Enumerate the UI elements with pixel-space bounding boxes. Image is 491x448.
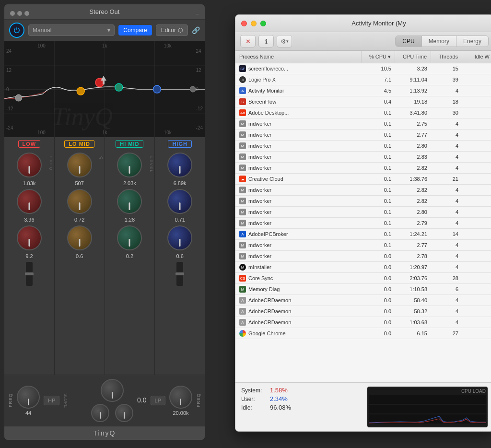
- table-row[interactable]: A AdobeCRDaemon 0.0 1:03.68 4: [235, 317, 491, 328]
- table-row[interactable]: Google Chrome 0.0 6.15 27: [235, 328, 491, 339]
- table-row[interactable]: M mdworker 0.1 2.80 4: [235, 141, 491, 152]
- cell-cpu-time: 3:41.80: [395, 109, 431, 117]
- band-high-q-knob[interactable]: [167, 189, 192, 214]
- am-info-button[interactable]: ℹ: [258, 35, 274, 47]
- band-low-label: LOW: [18, 140, 41, 148]
- compare-button[interactable]: Compare: [118, 25, 152, 35]
- band-low-level-knob[interactable]: [17, 225, 42, 250]
- table-row[interactable]: M mdworker 0.1 2.82 4: [235, 196, 491, 207]
- editor-button[interactable]: Editor ⬡: [156, 24, 188, 36]
- table-row[interactable]: Ad Adobe Desktop... 0.1 3:41.80 30: [235, 107, 491, 118]
- table-row[interactable]: M mInstaller 0.0 1:20.97 4: [235, 262, 491, 273]
- lp-freq-knob[interactable]: [169, 386, 192, 409]
- cell-idle: [462, 90, 491, 92]
- system-label: System:: [241, 387, 270, 394]
- band-low-freq-knob[interactable]: [17, 153, 42, 177]
- table-row[interactable]: M mdworker 0.1 2.80 4: [235, 207, 491, 218]
- manual-dropdown[interactable]: Manual ▾: [28, 24, 115, 36]
- power-button[interactable]: [9, 23, 24, 38]
- col-process-name[interactable]: Process Name: [235, 51, 362, 63]
- tab-cpu[interactable]: CPU: [396, 36, 421, 47]
- band-low-q-knob[interactable]: [17, 189, 42, 214]
- am-close-button[interactable]: [241, 21, 247, 26]
- bottom-left-section: FREQ: [8, 393, 13, 407]
- tab-memory[interactable]: Memory: [422, 36, 456, 47]
- hp-freq-knob[interactable]: [17, 386, 40, 409]
- hp-button[interactable]: HP: [44, 396, 59, 405]
- process-icon: M: [239, 209, 246, 215]
- am-stop-button[interactable]: ✕: [240, 35, 256, 47]
- tinyq-max-dot[interactable]: [24, 11, 29, 16]
- band-high-level-knob[interactable]: [167, 225, 192, 250]
- table-row[interactable]: S ScreenFlow 0.4 19.18 18: [235, 96, 491, 107]
- table-row[interactable]: A Activity Monitor 4.5 1:13.92 4: [235, 85, 491, 96]
- table-row[interactable]: M mdworker 0.1 2.77 4: [235, 240, 491, 251]
- band-himid-q-knob[interactable]: [117, 189, 142, 214]
- cell-process-name: A AdobeIPCBroker: [235, 230, 362, 238]
- band-himid-level-knob[interactable]: [117, 225, 142, 250]
- slope-knob-right[interactable]: [115, 404, 133, 422]
- band-lomid-freq-value: 507: [75, 180, 83, 186]
- band-lomid-freq-knob[interactable]: [67, 153, 92, 177]
- stop-icon: ✕: [246, 38, 251, 45]
- cell-cpu-time: 1:24.21: [395, 230, 431, 238]
- band-low-slider[interactable]: [26, 262, 33, 286]
- lp-button[interactable]: LP: [151, 396, 165, 405]
- cell-cpu-time: 2.80: [395, 208, 431, 216]
- cell-cpu-pct: 7.1: [362, 76, 395, 83]
- band-lomid-q-knob[interactable]: [67, 189, 92, 214]
- am-gear-button[interactable]: ⚙ ▾: [277, 35, 292, 47]
- sort-icon: ▾: [388, 54, 391, 59]
- table-row[interactable]: M mdworker 0.1 2.75 4: [235, 118, 491, 130]
- eq-curve-svg: TinyQ: [4, 41, 205, 137]
- table-row[interactable]: M mdworker 0.1 2.82 4: [235, 163, 491, 174]
- link-icon[interactable]: 🔗: [192, 26, 200, 34]
- band-high-slider[interactable]: [176, 262, 183, 286]
- cell-process-name: A AdobeCRDaemon: [235, 307, 362, 316]
- band-himid-freq-knob[interactable]: [117, 153, 142, 177]
- slope-knob-left[interactable]: [91, 404, 109, 422]
- cell-process-name: M mdworker: [235, 186, 362, 194]
- tab-energy[interactable]: Energy: [456, 36, 488, 47]
- table-row[interactable]: M Memory Diag 0.0 1:10.58 6: [235, 284, 491, 295]
- table-row[interactable]: ☁ Creative Cloud 0.1 1:38.76 21: [235, 174, 491, 185]
- table-row[interactable]: M mdworker 0.1 2.79 4: [235, 218, 491, 229]
- col-cpu-pct[interactable]: % CPU ▾: [362, 51, 395, 63]
- band-low-col: LOW 1.83k 3.96 9.2 FREQ: [4, 137, 55, 375]
- table-row[interactable]: CS Core Sync 0.0 2:03.76 28: [235, 273, 491, 284]
- table-row[interactable]: ♫ Logic Pro X 7.1 9:11.04 39: [235, 74, 491, 85]
- table-row[interactable]: A AdobeCRDaemon 0.0 58.40 4: [235, 295, 491, 306]
- tinyq-footer: TinyQ: [4, 426, 205, 440]
- cell-cpu-pct: 4.5: [362, 87, 395, 94]
- tinyq-minimize-icon[interactable]: −: [196, 11, 199, 17]
- col-cpu-time[interactable]: CPU Time: [395, 51, 431, 63]
- band-lomid-level-knob[interactable]: [67, 225, 92, 250]
- cell-cpu-time: 2.78: [395, 252, 431, 260]
- am-maximize-button[interactable]: [260, 21, 266, 26]
- am-minimize-button[interactable]: [251, 21, 257, 26]
- cell-cpu-pct: 0.1: [362, 109, 395, 117]
- process-icon: M: [239, 264, 246, 271]
- cell-idle: [462, 211, 491, 213]
- table-row[interactable]: A AdobeIPCBroker 0.1 1:24.21 14: [235, 229, 491, 240]
- table-row[interactable]: M mdworker 0.1 2.83 4: [235, 152, 491, 163]
- cell-cpu-pct: 0.1: [362, 208, 395, 216]
- cell-cpu-pct: 0.0: [362, 307, 395, 315]
- col-threads[interactable]: Threads: [431, 51, 462, 63]
- col-idle[interactable]: Idle W: [462, 51, 491, 63]
- cell-idle: [462, 233, 491, 235]
- process-icon: M: [239, 198, 246, 204]
- slope-knob[interactable]: [101, 379, 124, 402]
- tinyq-min-dot[interactable]: [17, 11, 22, 16]
- am-titlebar: Activity Monitor (My: [235, 15, 491, 32]
- table-row[interactable]: M mdworker 0.1 2.77 4: [235, 130, 491, 141]
- band-high-freq-knob[interactable]: [167, 153, 192, 177]
- band-lomid-q-value: 0.72: [74, 217, 84, 223]
- table-row[interactable]: SF screenflowreco... 10.5 3.28 15: [235, 63, 491, 74]
- cell-threads: 6: [431, 285, 462, 293]
- eq-graph[interactable]: 100 1k 10k 24 12 0 -12 -24 24 12 0 -12 -…: [4, 41, 205, 137]
- tinyq-close-dot[interactable]: [10, 11, 15, 16]
- table-row[interactable]: A AdobeCRDaemon 0.0 58.32 4: [235, 306, 491, 317]
- table-row[interactable]: M mdworker 0.0 2.78 4: [235, 251, 491, 262]
- table-row[interactable]: M mdworker 0.1 2.82 4: [235, 185, 491, 196]
